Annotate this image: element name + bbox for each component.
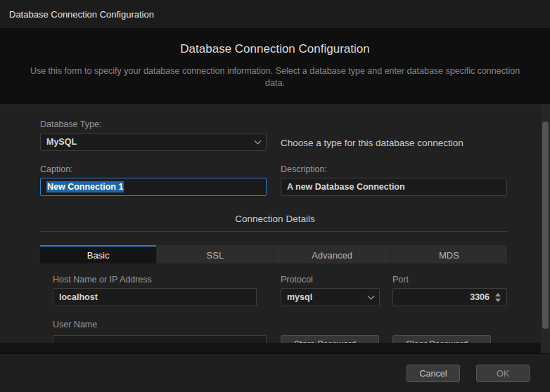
host-input[interactable]: localhost (53, 288, 257, 306)
port-input[interactable]: 3306 (392, 288, 507, 306)
dialog-header: Database Connection Configuration Use th… (0, 28, 550, 104)
tab-ssl[interactable]: SSL (156, 245, 273, 263)
database-connection-dialog: Database Connection Configuration Databa… (0, 0, 550, 392)
connection-details-title: Connection Details (0, 214, 550, 224)
stepper-down-icon[interactable] (495, 299, 501, 302)
clear-password-button[interactable]: Clear Password ... (392, 335, 491, 343)
stepper-up-icon[interactable] (495, 293, 501, 296)
tab-ssl-label: SSL (207, 250, 224, 261)
dialog-content: Database Type: MySQL Choose a type for t… (0, 104, 550, 343)
caption-label: Caption: (40, 164, 73, 174)
username-input[interactable] (53, 335, 267, 343)
ok-button[interactable]: OK (476, 365, 530, 382)
caption-input[interactable]: New Connection 1 (40, 178, 267, 196)
database-type-value: MySQL (46, 137, 77, 147)
database-type-select[interactable]: MySQL (40, 133, 267, 151)
ok-button-label: OK (497, 369, 509, 379)
content-footer-divider (0, 343, 550, 353)
window-titlebar: Database Connection Configuration (0, 0, 550, 28)
vertical-scrollbar[interactable] (541, 104, 550, 353)
port-stepper[interactable] (495, 293, 501, 302)
scrollbar-thumb[interactable] (542, 122, 549, 329)
description-value: A new Database Connection (287, 182, 405, 192)
chevron-down-icon (255, 137, 262, 144)
connection-details-tabs: Basic SSL Advanced MDS (40, 245, 507, 263)
database-type-hint: Choose a type for this database connecti… (281, 138, 463, 148)
host-value: localhost (59, 292, 98, 302)
protocol-value: mysql (287, 292, 312, 302)
dialog-footer: Cancel OK (0, 353, 550, 392)
caption-value: New Connection 1 (46, 181, 124, 192)
tab-advanced-label: Advanced (312, 250, 352, 261)
database-type-label: Database Type: (40, 119, 101, 129)
description-label: Description: (281, 164, 327, 174)
tab-advanced[interactable]: Advanced (274, 245, 390, 263)
cancel-button-label: Cancel (420, 369, 447, 379)
section-divider (40, 231, 507, 232)
window-title: Database Connection Configuration (9, 9, 154, 20)
protocol-label: Protocol (281, 275, 313, 285)
description-input[interactable]: A new Database Connection (281, 178, 507, 196)
cancel-button[interactable]: Cancel (407, 365, 460, 382)
tab-basic-label: Basic (87, 250, 110, 261)
tab-mds-label: MDS (439, 250, 459, 261)
username-label: User Name (53, 320, 97, 329)
port-label: Port (392, 275, 409, 285)
tab-basic[interactable]: Basic (40, 245, 156, 263)
host-label: Host Name or IP Address (53, 275, 152, 285)
page-subtitle: Use this form to specify your database c… (27, 65, 523, 89)
port-value: 3306 (399, 292, 490, 302)
store-password-button[interactable]: Store Password ... (281, 335, 379, 343)
chevron-down-icon (368, 292, 375, 299)
tab-mds[interactable]: MDS (390, 245, 507, 263)
page-title: Database Connection Configuration (0, 28, 550, 56)
protocol-select[interactable]: mysql (281, 288, 380, 306)
